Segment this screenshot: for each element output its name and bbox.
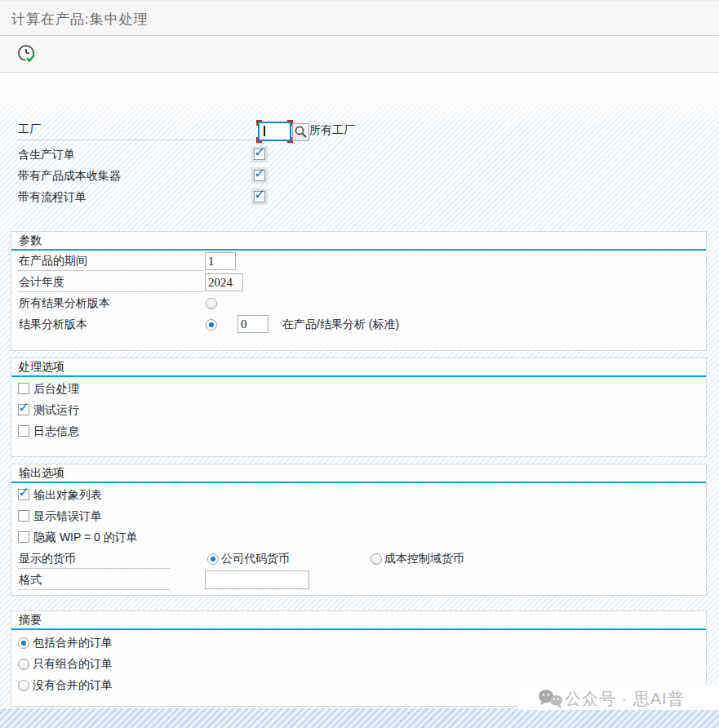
display-error-orders-checkbox[interactable]: ✓ <box>18 510 29 522</box>
title-bar: 计算在产品:集中处理 <box>0 0 719 36</box>
only-combined-orders-radio[interactable] <box>18 659 29 670</box>
processing-options-group-box: 处理选项 ✓ 后台处理 ✓ 测试运行 ✓ 日志信息 <box>11 357 707 457</box>
test-run-checkbox[interactable]: ✓ <box>18 404 29 415</box>
checkbox-label: 带有产品成本收集器 <box>18 169 121 184</box>
parameters-group-box: 参数 在产品的期间 1 会计年度 2024 所有结果分析版本 结果分析版本 0 … <box>11 231 707 351</box>
wip-period-label: 在产品的期间 <box>19 254 87 269</box>
radio-label: 公司代码货币 <box>221 552 290 566</box>
radio-label: 只有组合的订单 <box>33 657 113 672</box>
output-object-list-checkbox[interactable]: ✓ <box>18 489 29 500</box>
check-icon: ✓ <box>18 399 29 415</box>
checkbox-label: 带有流程订单 <box>18 190 87 205</box>
checkbox-label: 显示错误订单 <box>33 509 102 524</box>
all-ra-versions-label: 所有结果分析版本 <box>19 296 110 311</box>
checkbox-label: 输出对象列表 <box>33 488 102 503</box>
execute-button[interactable] <box>16 43 38 66</box>
fiscal-year-label: 会计年度 <box>19 275 64 290</box>
check-icon: ✓ <box>254 165 265 181</box>
controlling-area-currency-radio[interactable] <box>371 553 382 565</box>
plant-label: 工厂 <box>18 122 41 137</box>
group-title: 参数 <box>19 233 42 248</box>
group-title: 输出选项 <box>19 466 64 481</box>
background-processing-checkbox[interactable]: ✓ <box>18 383 29 394</box>
output-options-group-box: 输出选项 ✓ 输出对象列表 ✓ 显示错误订单 ✓ 隐藏 WIP = 0 的订单 … <box>11 464 707 596</box>
search-icon <box>293 129 308 143</box>
plant-description: 所有工厂 <box>309 123 355 138</box>
checkbox-label: 测试运行 <box>33 403 79 418</box>
group-title-rule <box>11 249 706 251</box>
include-summarized-orders-radio[interactable] <box>18 637 29 649</box>
plant-value-help-button[interactable] <box>292 123 309 141</box>
radio-label: 没有合并的订单 <box>33 678 113 693</box>
sap-window: 计算在产品:集中处理 工厂 <box>0 0 719 728</box>
group-title: 处理选项 <box>19 360 64 375</box>
check-icon: ✓ <box>254 144 265 160</box>
group-title: 摘要 <box>19 613 42 628</box>
application-toolbar <box>0 37 719 73</box>
check-icon: ✓ <box>254 186 265 202</box>
company-code-currency-radio[interactable] <box>207 553 219 565</box>
plant-underline <box>16 140 255 140</box>
ra-version-input[interactable]: 0 <box>237 315 269 333</box>
checkbox-label: 隐藏 WIP = 0 的订单 <box>33 530 138 545</box>
no-summarized-orders-radio[interactable] <box>18 680 29 691</box>
fiscal-year-input[interactable]: 2024 <box>205 273 243 291</box>
format-label: 格式 <box>19 573 42 588</box>
check-icon: ✓ <box>18 484 29 500</box>
checkbox-label: 含生产订单 <box>18 148 75 162</box>
footer-stripe <box>0 708 719 728</box>
selection-screen: 工厂 所有工厂 含生产订单 ✓ 带有产品成本收集器 ✓ 带有流程订单 ✓ <box>0 73 719 728</box>
radio-label: 成本控制域货币 <box>384 552 464 566</box>
ra-version-label: 结果分析版本 <box>19 317 87 332</box>
all-ra-versions-radio[interactable] <box>206 298 217 309</box>
watermark-text: 公众号 · 思AI普 <box>565 688 685 710</box>
wechat-icon <box>537 688 565 712</box>
watermark: 公众号 · 思AI普 <box>517 686 719 710</box>
display-currency-label: 显示的货币 <box>19 552 76 566</box>
format-input[interactable] <box>205 570 309 589</box>
plant-input[interactable] <box>258 122 291 141</box>
process-orders-checkbox[interactable]: ✓ <box>254 191 265 202</box>
checkbox-label: 后台处理 <box>33 382 79 397</box>
cost-collectors-checkbox[interactable]: ✓ <box>254 170 265 181</box>
wip-period-input[interactable]: 1 <box>205 252 236 270</box>
page-title: 计算在产品:集中处理 <box>11 10 149 29</box>
radio-label: 包括合并的订单 <box>33 636 113 650</box>
group-title-rule <box>11 628 706 630</box>
ra-version-description: 在产品/结果分析 (标准) <box>282 317 399 332</box>
hide-zero-wip-checkbox[interactable]: ✓ <box>18 531 29 543</box>
production-orders-checkbox[interactable]: ✓ <box>254 149 265 160</box>
clock-check-execute-icon <box>16 55 38 69</box>
checkbox-label: 日志信息 <box>33 424 79 439</box>
log-information-checkbox[interactable]: ✓ <box>18 425 29 437</box>
text-caret <box>264 126 265 136</box>
group-title-rule <box>11 482 706 483</box>
ra-version-radio[interactable] <box>206 319 217 331</box>
group-title-rule <box>11 375 706 377</box>
